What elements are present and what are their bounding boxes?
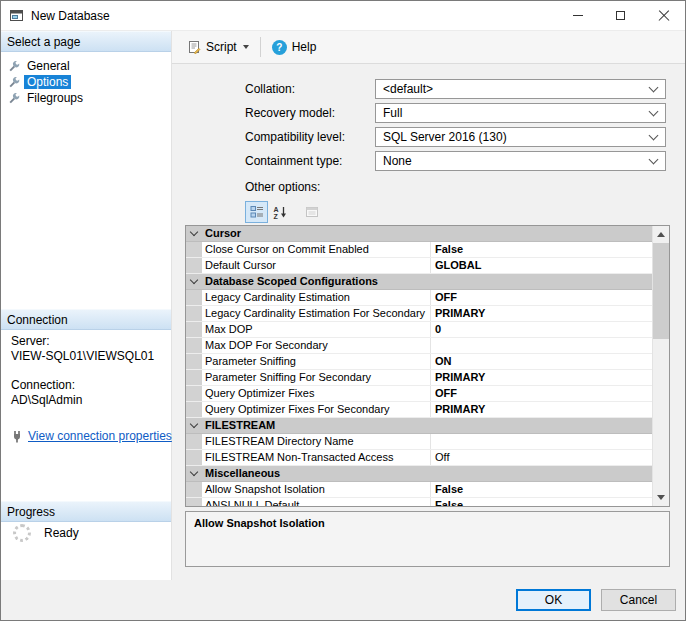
property-pages-button[interactable] (300, 201, 323, 223)
svg-text:Z: Z (273, 213, 278, 220)
property-name: Cursor (202, 226, 652, 241)
field-label: Compatibility level: (245, 130, 375, 144)
row-indent (186, 242, 202, 257)
property-row[interactable]: Legacy Cardinality Estimation OFF (186, 290, 652, 306)
collapse-icon (190, 276, 198, 284)
property-row[interactable]: FILESTREAM Directory Name (186, 434, 652, 450)
property-name: Max DOP For Secondary (202, 338, 430, 353)
property-name: Close Cursor on Commit Enabled (202, 242, 430, 257)
property-row[interactable]: Query Optimizer Fixes For Secondary PRIM… (186, 402, 652, 418)
property-row[interactable]: Parameter Sniffing ON (186, 354, 652, 370)
property-row[interactable]: Database Scoped Configurations (186, 274, 652, 290)
row-indent (186, 402, 202, 417)
property-name: Max DOP (202, 322, 430, 337)
alphabetical-sort-button[interactable]: AZ (268, 201, 291, 223)
scroll-down-button[interactable] (653, 489, 669, 506)
property-row[interactable]: Query Optimizer Fixes OFF (186, 386, 652, 402)
progress-area: Ready (13, 524, 79, 542)
combo-select[interactable]: SQL Server 2016 (130) (375, 127, 666, 147)
property-row[interactable]: FILESTREAM Non-Transacted Access Off (186, 450, 652, 466)
vertical-scrollbar[interactable] (652, 226, 669, 506)
ok-button[interactable]: OK (516, 589, 591, 611)
property-row[interactable]: Max DOP 0 (186, 322, 652, 338)
property-name: Legacy Cardinality Estimation (202, 290, 430, 305)
property-description-panel: Allow Snapshot Isolation (185, 511, 670, 567)
help-button[interactable]: ? Help (266, 36, 323, 59)
property-row[interactable]: Miscellaneous (186, 466, 652, 482)
property-name: ANSI NULL Default (202, 498, 430, 506)
property-row[interactable]: ANSI NULL Default False (186, 498, 652, 506)
sidebar-page-item[interactable]: Options (8, 74, 86, 90)
property-row[interactable]: Cursor (186, 226, 652, 242)
property-value: PRIMARY (430, 402, 652, 417)
minimize-button[interactable] (556, 1, 599, 30)
property-row[interactable]: Close Cursor on Commit Enabled False (186, 242, 652, 258)
page-label: General (24, 59, 73, 73)
property-grid-toolbar: AZ (245, 201, 666, 223)
page-wrench-icon (8, 76, 21, 88)
property-row[interactable]: FILESTREAM (186, 418, 652, 434)
property-grid-rows: Cursor Close Cursor on Commit Enabled Fa… (186, 226, 652, 506)
other-options-label: Other options: (245, 180, 666, 194)
row-indent (186, 386, 202, 401)
close-button[interactable] (642, 1, 685, 30)
collapse-icon (190, 420, 198, 428)
panel-toolbar: Script ? Help (172, 31, 685, 64)
row-indent (186, 354, 202, 369)
combo-value: SQL Server 2016 (130) (383, 130, 644, 144)
property-name: Parameter Sniffing For Secondary (202, 370, 430, 385)
dialog-body: Select a page General Options (1, 31, 685, 580)
property-pages-icon (305, 205, 319, 219)
scrollbar-thumb[interactable] (653, 243, 669, 339)
sidebar-page-item[interactable]: General (8, 58, 86, 74)
sidebar-page-item[interactable]: Filegroups (8, 90, 86, 106)
property-row[interactable]: Max DOP For Secondary (186, 338, 652, 354)
combo-select[interactable]: None (375, 151, 666, 171)
combo-value: None (383, 154, 644, 168)
form-row: Compatibility level: SQL Server 2016 (13… (245, 127, 666, 147)
window-controls (556, 1, 685, 30)
property-row[interactable]: Legacy Cardinality Estimation For Second… (186, 306, 652, 322)
collapse-icon (190, 468, 198, 476)
scroll-down-icon (657, 495, 665, 500)
categorized-button[interactable] (245, 201, 268, 223)
combo-select[interactable]: Full (375, 103, 666, 123)
script-button[interactable]: Script (181, 36, 255, 58)
row-indent (186, 370, 202, 385)
view-connection-properties-link[interactable]: View connection properties (28, 429, 172, 443)
property-name: FILESTREAM Directory Name (202, 434, 430, 449)
form-row: Collation: <default> (245, 79, 666, 99)
property-value: False (430, 482, 652, 497)
property-row[interactable]: Parameter Sniffing For Secondary PRIMARY (186, 370, 652, 386)
property-value: 0 (430, 322, 652, 337)
page-wrench-icon (8, 60, 21, 72)
page-label: Filegroups (24, 91, 86, 105)
property-name: FILESTREAM Non-Transacted Access (202, 450, 430, 465)
connection-header: Connection (1, 309, 171, 330)
property-name: Query Optimizer Fixes For Secondary (202, 402, 430, 417)
property-row[interactable]: Allow Snapshot Isolation False (186, 482, 652, 498)
page-tree: General Options Filegroups (8, 58, 86, 106)
cancel-button[interactable]: Cancel (601, 589, 676, 611)
row-indent (186, 434, 202, 449)
chevron-down-icon (649, 107, 659, 117)
server-value: VIEW-SQL01\VIEWSQL01 (11, 349, 167, 364)
connection-label: Connection: (11, 378, 167, 393)
field-label: Collation: (245, 82, 375, 96)
property-value: Off (430, 450, 652, 465)
scrollbar-track[interactable] (653, 243, 669, 489)
property-row[interactable]: Default Cursor GLOBAL (186, 258, 652, 274)
toolbar-separator (260, 37, 261, 57)
row-indent (186, 290, 202, 305)
maximize-button[interactable] (599, 1, 642, 30)
property-name: Legacy Cardinality Estimation For Second… (202, 306, 430, 321)
scroll-up-icon (657, 232, 665, 237)
combo-select[interactable]: <default> (375, 79, 666, 99)
property-name: Allow Snapshot Isolation (202, 482, 430, 497)
window-title: New Database (31, 9, 110, 23)
help-label: Help (292, 40, 317, 54)
row-indent (186, 498, 202, 506)
server-label: Server: (11, 334, 167, 349)
scroll-up-button[interactable] (653, 226, 669, 243)
row-indent (186, 274, 202, 289)
